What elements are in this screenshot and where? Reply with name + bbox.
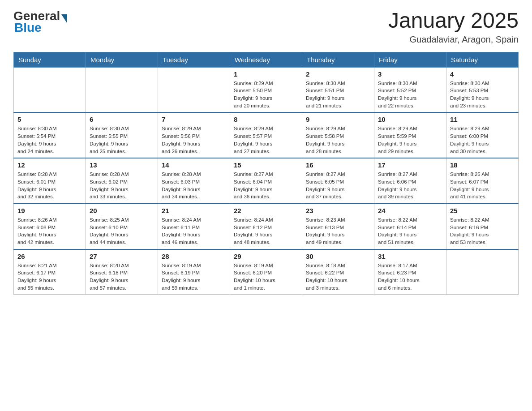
day-number: 26 bbox=[17, 253, 82, 260]
day-info: Sunrise: 8:24 AM Sunset: 6:12 PM Dayligh… bbox=[234, 216, 298, 246]
day-info: Sunrise: 8:22 AM Sunset: 6:16 PM Dayligh… bbox=[450, 216, 515, 246]
calendar-cell bbox=[86, 67, 158, 112]
calendar-cell: 23Sunrise: 8:23 AM Sunset: 6:13 PM Dayli… bbox=[302, 204, 374, 249]
calendar-cell: 17Sunrise: 8:27 AM Sunset: 6:06 PM Dayli… bbox=[374, 158, 446, 204]
calendar-week-row: 19Sunrise: 8:26 AM Sunset: 6:08 PM Dayli… bbox=[14, 204, 519, 249]
calendar-cell: 22Sunrise: 8:24 AM Sunset: 6:12 PM Dayli… bbox=[230, 204, 302, 249]
day-info: Sunrise: 8:30 AM Sunset: 5:52 PM Dayligh… bbox=[378, 80, 442, 110]
calendar-cell: 24Sunrise: 8:22 AM Sunset: 6:14 PM Dayli… bbox=[374, 204, 446, 249]
calendar-cell: 27Sunrise: 8:20 AM Sunset: 6:18 PM Dayli… bbox=[86, 249, 158, 295]
day-number: 12 bbox=[17, 161, 82, 169]
day-info: Sunrise: 8:21 AM Sunset: 6:17 PM Dayligh… bbox=[17, 262, 82, 292]
calendar-cell bbox=[14, 67, 86, 112]
calendar-cell: 7Sunrise: 8:29 AM Sunset: 5:56 PM Daylig… bbox=[158, 112, 230, 158]
page-header: General Blue January 2025 Guadalaviar, A… bbox=[13, 9, 519, 45]
month-title: January 2025 bbox=[388, 9, 519, 33]
calendar-cell: 5Sunrise: 8:30 AM Sunset: 5:54 PM Daylig… bbox=[14, 112, 86, 158]
day-info: Sunrise: 8:28 AM Sunset: 6:03 PM Dayligh… bbox=[162, 171, 226, 201]
calendar-cell: 16Sunrise: 8:27 AM Sunset: 6:05 PM Dayli… bbox=[302, 158, 374, 204]
weekday-header-saturday: Saturday bbox=[446, 52, 519, 67]
weekday-header-wednesday: Wednesday bbox=[230, 52, 302, 67]
day-number: 13 bbox=[90, 161, 154, 169]
day-info: Sunrise: 8:28 AM Sunset: 6:02 PM Dayligh… bbox=[90, 171, 154, 201]
day-number: 1 bbox=[234, 70, 298, 78]
logo-blue-text: Blue bbox=[14, 21, 42, 34]
day-info: Sunrise: 8:27 AM Sunset: 6:04 PM Dayligh… bbox=[234, 171, 298, 201]
day-number: 3 bbox=[378, 70, 442, 78]
title-block: January 2025 Guadalaviar, Aragon, Spain bbox=[388, 9, 519, 45]
calendar-cell: 12Sunrise: 8:28 AM Sunset: 6:01 PM Dayli… bbox=[14, 158, 86, 204]
calendar-cell: 21Sunrise: 8:24 AM Sunset: 6:11 PM Dayli… bbox=[158, 204, 230, 249]
day-info: Sunrise: 8:29 AM Sunset: 5:57 PM Dayligh… bbox=[234, 125, 298, 155]
calendar-cell: 8Sunrise: 8:29 AM Sunset: 5:57 PM Daylig… bbox=[230, 112, 302, 158]
day-number: 20 bbox=[90, 207, 154, 214]
calendar-cell: 2Sunrise: 8:30 AM Sunset: 5:51 PM Daylig… bbox=[302, 67, 374, 112]
calendar-cell: 3Sunrise: 8:30 AM Sunset: 5:52 PM Daylig… bbox=[374, 67, 446, 112]
calendar-cell: 15Sunrise: 8:27 AM Sunset: 6:04 PM Dayli… bbox=[230, 158, 302, 204]
weekday-header-tuesday: Tuesday bbox=[158, 52, 230, 67]
logo: General Blue bbox=[13, 9, 67, 34]
calendar-cell: 9Sunrise: 8:29 AM Sunset: 5:58 PM Daylig… bbox=[302, 112, 374, 158]
logo-triangle-icon bbox=[61, 14, 67, 23]
day-number: 24 bbox=[378, 207, 442, 214]
day-info: Sunrise: 8:17 AM Sunset: 6:23 PM Dayligh… bbox=[378, 262, 442, 292]
day-number: 29 bbox=[234, 253, 298, 260]
calendar-week-row: 1Sunrise: 8:29 AM Sunset: 5:50 PM Daylig… bbox=[14, 67, 519, 112]
calendar-cell: 10Sunrise: 8:29 AM Sunset: 5:59 PM Dayli… bbox=[374, 112, 446, 158]
calendar-cell bbox=[158, 67, 230, 112]
day-info: Sunrise: 8:29 AM Sunset: 5:58 PM Dayligh… bbox=[306, 125, 370, 155]
day-info: Sunrise: 8:27 AM Sunset: 6:06 PM Dayligh… bbox=[378, 171, 442, 201]
calendar-cell: 1Sunrise: 8:29 AM Sunset: 5:50 PM Daylig… bbox=[230, 67, 302, 112]
day-info: Sunrise: 8:30 AM Sunset: 5:55 PM Dayligh… bbox=[90, 125, 154, 155]
day-info: Sunrise: 8:30 AM Sunset: 5:51 PM Dayligh… bbox=[306, 80, 370, 110]
calendar-cell: 29Sunrise: 8:19 AM Sunset: 6:20 PM Dayli… bbox=[230, 249, 302, 295]
day-number: 7 bbox=[162, 116, 226, 123]
calendar-table: SundayMondayTuesdayWednesdayThursdayFrid… bbox=[13, 52, 519, 295]
weekday-header-sunday: Sunday bbox=[14, 52, 86, 67]
day-info: Sunrise: 8:18 AM Sunset: 6:22 PM Dayligh… bbox=[306, 262, 370, 292]
day-number: 21 bbox=[162, 207, 226, 214]
day-number: 27 bbox=[90, 253, 154, 260]
calendar-header-row: SundayMondayTuesdayWednesdayThursdayFrid… bbox=[14, 52, 519, 67]
day-info: Sunrise: 8:29 AM Sunset: 5:56 PM Dayligh… bbox=[162, 125, 226, 155]
calendar-cell: 25Sunrise: 8:22 AM Sunset: 6:16 PM Dayli… bbox=[446, 204, 519, 249]
calendar-cell: 31Sunrise: 8:17 AM Sunset: 6:23 PM Dayli… bbox=[374, 249, 446, 295]
day-number: 22 bbox=[234, 207, 298, 214]
day-number: 19 bbox=[17, 207, 82, 214]
day-number: 16 bbox=[306, 161, 370, 169]
day-info: Sunrise: 8:22 AM Sunset: 6:14 PM Dayligh… bbox=[378, 216, 442, 246]
calendar-week-row: 12Sunrise: 8:28 AM Sunset: 6:01 PM Dayli… bbox=[14, 158, 519, 204]
day-info: Sunrise: 8:28 AM Sunset: 6:01 PM Dayligh… bbox=[17, 171, 82, 201]
calendar-cell: 14Sunrise: 8:28 AM Sunset: 6:03 PM Dayli… bbox=[158, 158, 230, 204]
day-number: 2 bbox=[306, 70, 370, 78]
weekday-header-monday: Monday bbox=[86, 52, 158, 67]
calendar-cell: 11Sunrise: 8:29 AM Sunset: 6:00 PM Dayli… bbox=[446, 112, 519, 158]
day-info: Sunrise: 8:27 AM Sunset: 6:05 PM Dayligh… bbox=[306, 171, 370, 201]
calendar-cell: 30Sunrise: 8:18 AM Sunset: 6:22 PM Dayli… bbox=[302, 249, 374, 295]
day-number: 6 bbox=[90, 116, 154, 123]
day-info: Sunrise: 8:23 AM Sunset: 6:13 PM Dayligh… bbox=[306, 216, 370, 246]
day-number: 10 bbox=[378, 116, 442, 123]
day-number: 28 bbox=[162, 253, 226, 260]
day-info: Sunrise: 8:24 AM Sunset: 6:11 PM Dayligh… bbox=[162, 216, 226, 246]
day-info: Sunrise: 8:19 AM Sunset: 6:19 PM Dayligh… bbox=[162, 262, 226, 292]
calendar-cell: 18Sunrise: 8:26 AM Sunset: 6:07 PM Dayli… bbox=[446, 158, 519, 204]
calendar-week-row: 5Sunrise: 8:30 AM Sunset: 5:54 PM Daylig… bbox=[14, 112, 519, 158]
day-number: 25 bbox=[450, 207, 515, 214]
calendar-cell: 4Sunrise: 8:30 AM Sunset: 5:53 PM Daylig… bbox=[446, 67, 519, 112]
day-info: Sunrise: 8:30 AM Sunset: 5:53 PM Dayligh… bbox=[450, 80, 515, 110]
day-info: Sunrise: 8:30 AM Sunset: 5:54 PM Dayligh… bbox=[17, 125, 82, 155]
calendar-cell: 13Sunrise: 8:28 AM Sunset: 6:02 PM Dayli… bbox=[86, 158, 158, 204]
calendar-cell: 19Sunrise: 8:26 AM Sunset: 6:08 PM Dayli… bbox=[14, 204, 86, 249]
day-info: Sunrise: 8:19 AM Sunset: 6:20 PM Dayligh… bbox=[234, 262, 298, 292]
day-info: Sunrise: 8:29 AM Sunset: 6:00 PM Dayligh… bbox=[450, 125, 515, 155]
day-number: 15 bbox=[234, 161, 298, 169]
day-number: 30 bbox=[306, 253, 370, 260]
day-number: 11 bbox=[450, 116, 515, 123]
day-info: Sunrise: 8:20 AM Sunset: 6:18 PM Dayligh… bbox=[90, 262, 154, 292]
day-info: Sunrise: 8:29 AM Sunset: 5:50 PM Dayligh… bbox=[234, 80, 298, 110]
day-info: Sunrise: 8:26 AM Sunset: 6:08 PM Dayligh… bbox=[17, 216, 82, 246]
day-number: 4 bbox=[450, 70, 515, 78]
day-number: 17 bbox=[378, 161, 442, 169]
day-info: Sunrise: 8:25 AM Sunset: 6:10 PM Dayligh… bbox=[90, 216, 154, 246]
